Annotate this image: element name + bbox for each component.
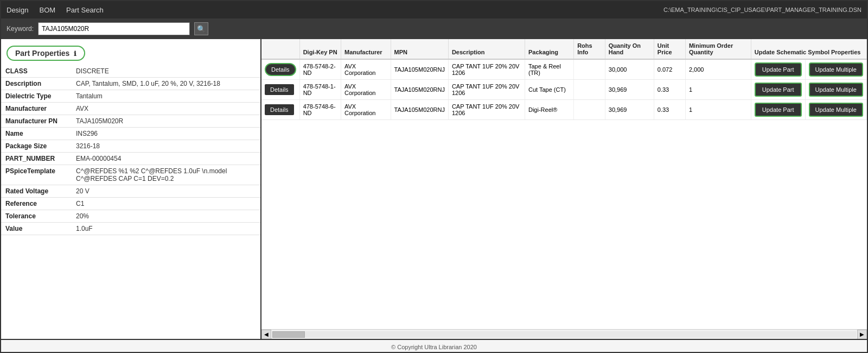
file-path: C:\EMA_TRAINING\CIS_CIP_USAGE\PART_MANAG…: [663, 7, 861, 13]
update-part-button[interactable]: Update Part: [755, 103, 802, 117]
prop-label: Reference: [1, 198, 72, 210]
prop-label: PSpiceTemplate: [1, 165, 72, 185]
menu-part-search[interactable]: Part Search: [66, 6, 104, 14]
td-unit-price: 0.33: [654, 80, 685, 100]
th-unit-price: Unit Price: [654, 39, 685, 59]
td-digi-key-pn: 478-5748-1-ND: [299, 80, 341, 100]
prop-value: EMA-00000454: [72, 153, 260, 165]
td-update-part[interactable]: Update Part: [751, 80, 805, 100]
scroll-left-arrow[interactable]: ◀: [261, 330, 271, 339]
td-min-order-qty: 1: [685, 100, 751, 120]
th-digi-key-pn: Digi-Key PN: [299, 39, 341, 59]
menu-bom[interactable]: BOM: [39, 6, 55, 14]
td-min-order-qty: 1: [685, 80, 751, 100]
prop-value: 1.0uF: [72, 223, 260, 235]
prop-label: Dielectric Type: [1, 90, 72, 103]
td-update-part[interactable]: Update Part: [751, 100, 805, 120]
prop-value: C^@REFDES %1 %2 C^@REFDES 1.0uF \n.model…: [72, 165, 260, 185]
td-update-multiple[interactable]: Update Multiple: [805, 100, 867, 120]
td-update-multiple[interactable]: Update Multiple: [805, 59, 867, 80]
prop-value: INS296: [72, 128, 260, 140]
prop-row: ManufacturerAVX: [1, 103, 260, 115]
th-packaging: Packaging: [525, 39, 573, 59]
prop-row: ReferenceC1: [1, 198, 260, 210]
prop-value: C1: [72, 198, 260, 210]
prop-label: Value: [1, 223, 72, 235]
td-qty-on-hand: 30,969: [605, 80, 654, 100]
prop-label: Tolerance: [1, 210, 72, 223]
update-part-button[interactable]: Update Part: [755, 62, 802, 77]
td-rohs: [574, 100, 605, 120]
table-row: Details 478-5748-6-ND AVX Corporation TA…: [261, 100, 867, 120]
properties-table: CLASSDISCRETEDescriptionCAP, Tantalum, S…: [1, 65, 260, 235]
td-unit-price: 0.072: [654, 59, 685, 80]
main-content: Part Properties ℹ CLASSDISCRETEDescripti…: [1, 39, 867, 339]
prop-value: DISCRETE: [72, 65, 260, 78]
update-multiple-button[interactable]: Update Multiple: [809, 83, 863, 97]
scroll-track[interactable]: [272, 331, 856, 338]
prop-value: TAJA105M020R: [72, 115, 260, 128]
td-packaging: Tape & Reel (TR): [525, 59, 573, 80]
prop-value: 20%: [72, 210, 260, 223]
search-icon: 🔍: [197, 25, 206, 33]
td-manufacturer: AVX Corporation: [341, 59, 391, 80]
th-manufacturer: Manufacturer: [341, 39, 391, 59]
th-mpn: MPN: [391, 39, 448, 59]
results-table-wrapper: Digi-Key PN Manufacturer MPN Description…: [261, 39, 867, 329]
prop-value: CAP, Tantalum, SMD, 1.0 uF, 20 %, 20 V, …: [72, 78, 260, 90]
prop-label: CLASS: [1, 65, 72, 78]
prop-value: AVX: [72, 103, 260, 115]
td-details-btn[interactable]: Details: [261, 59, 299, 80]
prop-row: PART_NUMBEREMA-00000454: [1, 153, 260, 165]
prop-row: DescriptionCAP, Tantalum, SMD, 1.0 uF, 2…: [1, 78, 260, 90]
details-button[interactable]: Details: [265, 84, 294, 95]
update-part-button[interactable]: Update Part: [755, 83, 802, 97]
prop-label: Manufacturer PN: [1, 115, 72, 128]
info-icon: ℹ: [74, 50, 76, 58]
prop-row: NameINS296: [1, 128, 260, 140]
td-unit-price: 0.33: [654, 100, 685, 120]
th-description: Description: [448, 39, 525, 59]
td-update-multiple[interactable]: Update Multiple: [805, 80, 867, 100]
update-multiple-button[interactable]: Update Multiple: [809, 103, 863, 117]
search-input[interactable]: [38, 22, 190, 35]
footer: © Copyright Ultra Librarian 2020: [1, 339, 867, 353]
scroll-thumb[interactable]: [272, 331, 305, 338]
results-table: Digi-Key PN Manufacturer MPN Description…: [261, 39, 867, 120]
th-details: [261, 39, 299, 59]
td-details-btn[interactable]: Details: [261, 100, 299, 120]
th-qty: Quanity On Hand: [605, 39, 654, 59]
details-button[interactable]: Details: [265, 63, 296, 76]
td-description: CAP TANT 1UF 20% 20V 1206: [448, 80, 525, 100]
prop-label: Package Size: [1, 140, 72, 153]
table-row: Details 478-5748-2-ND AVX Corporation TA…: [261, 59, 867, 80]
prop-label: PART_NUMBER: [1, 153, 72, 165]
scroll-right-arrow[interactable]: ▶: [857, 330, 867, 339]
horizontal-scrollbar[interactable]: ◀ ▶: [261, 329, 867, 339]
td-manufacturer: AVX Corporation: [341, 80, 391, 100]
part-properties-title: Part Properties ℹ: [7, 46, 85, 61]
prop-row: Manufacturer PNTAJA105M020R: [1, 115, 260, 128]
td-details-btn[interactable]: Details: [261, 80, 299, 100]
prop-row: CLASSDISCRETE: [1, 65, 260, 78]
prop-value: 3216-18: [72, 140, 260, 153]
td-description: CAP TANT 1UF 20% 20V 1206: [448, 100, 525, 120]
td-manufacturer: AVX Corporation: [341, 100, 391, 120]
search-button[interactable]: 🔍: [194, 22, 208, 35]
th-update-schematic: Update Schematic Symbol Properties: [751, 39, 866, 59]
details-button[interactable]: Details: [265, 104, 294, 115]
td-mpn: TAJA105M020RNJ: [391, 59, 448, 80]
td-digi-key-pn: 478-5748-2-ND: [299, 59, 341, 80]
prop-label: Rated Voltage: [1, 185, 72, 198]
prop-row: Tolerance20%: [1, 210, 260, 223]
update-multiple-button[interactable]: Update Multiple: [809, 62, 863, 77]
prop-value: Tantalum: [72, 90, 260, 103]
left-panel: Part Properties ℹ CLASSDISCRETEDescripti…: [1, 39, 261, 339]
td-update-part[interactable]: Update Part: [751, 59, 805, 80]
table-row: Details 478-5748-1-ND AVX Corporation TA…: [261, 80, 867, 100]
prop-label: Manufacturer: [1, 103, 72, 115]
prop-row: PSpiceTemplateC^@REFDES %1 %2 C^@REFDES …: [1, 165, 260, 185]
th-min-order: Minimum Order Quantity: [685, 39, 751, 59]
menu-design[interactable]: Design: [7, 6, 28, 14]
prop-row: Value1.0uF: [1, 223, 260, 235]
